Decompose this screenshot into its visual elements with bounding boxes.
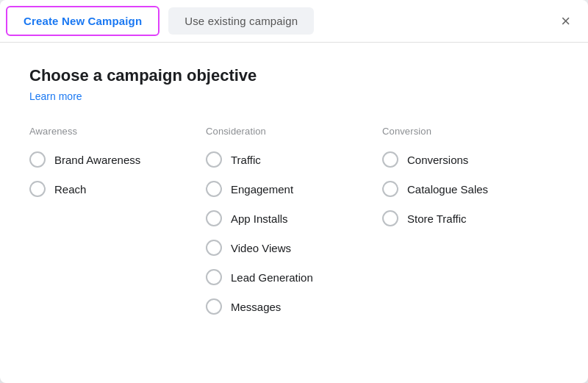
radio-messages[interactable] — [206, 298, 222, 315]
objective-item-app-installs[interactable]: App Installs — [206, 207, 382, 229]
radio-reach[interactable] — [29, 181, 46, 197]
tab-bar: Create New Campaign Use existing campaig… — [0, 0, 588, 43]
column-label-awareness: Awareness — [29, 126, 206, 137]
objective-item-catalogue-sales[interactable]: Catalogue Sales — [382, 178, 559, 200]
objective-label-catalogue-sales: Catalogue Sales — [407, 183, 488, 196]
objective-item-conversions[interactable]: Conversions — [382, 148, 559, 171]
objective-label-lead-generation: Lead Generation — [231, 271, 313, 284]
column-conversion: Conversion Conversions Catalogue Sales S… — [382, 126, 559, 318]
objective-item-engagement[interactable]: Engagement — [206, 178, 382, 200]
tab-create-new[interactable]: Create New Campaign — [6, 6, 159, 36]
objective-label-conversions: Conversions — [407, 154, 468, 166]
objective-item-reach[interactable]: Reach — [29, 178, 206, 200]
learn-more-link[interactable]: Learn more — [29, 90, 82, 102]
objective-list-awareness: Brand Awareness Reach — [29, 148, 206, 200]
objective-list-conversion: Conversions Catalogue Sales Store Traffi… — [382, 148, 559, 229]
radio-brand-awareness[interactable] — [29, 151, 46, 168]
objective-list-consideration: Traffic Engagement App Installs Video Vi… — [206, 148, 382, 318]
objectives-grid: Awareness Brand Awareness Reach Consider… — [29, 126, 559, 318]
radio-traffic[interactable] — [206, 151, 222, 168]
radio-catalogue-sales[interactable] — [382, 181, 398, 197]
objective-item-store-traffic[interactable]: Store Traffic — [382, 207, 559, 229]
radio-store-traffic[interactable] — [382, 210, 398, 226]
column-awareness: Awareness Brand Awareness Reach — [29, 126, 206, 318]
radio-video-views[interactable] — [206, 240, 222, 256]
objective-label-messages: Messages — [231, 301, 281, 313]
radio-engagement[interactable] — [206, 181, 222, 197]
objective-label-brand-awareness: Brand Awareness — [54, 154, 140, 166]
column-label-conversion: Conversion — [382, 126, 559, 137]
objective-label-engagement: Engagement — [231, 183, 293, 196]
section-title: Choose a campaign objective — [29, 66, 559, 85]
objective-item-lead-generation[interactable]: Lead Generation — [206, 266, 382, 288]
column-consideration: Consideration Traffic Engagement App Ins… — [206, 126, 382, 318]
radio-conversions[interactable] — [382, 151, 398, 168]
radio-lead-generation[interactable] — [206, 269, 222, 285]
objective-item-brand-awareness[interactable]: Brand Awareness — [29, 148, 206, 171]
objective-label-app-installs: App Installs — [231, 212, 288, 225]
tab-use-existing[interactable]: Use existing campaign — [168, 7, 314, 35]
objective-label-store-traffic: Store Traffic — [407, 212, 467, 225]
objective-label-traffic: Traffic — [231, 154, 261, 166]
column-label-consideration: Consideration — [206, 126, 382, 137]
objective-label-reach: Reach — [54, 183, 86, 196]
campaign-modal: Create New Campaign Use existing campaig… — [0, 0, 588, 383]
radio-app-installs[interactable] — [206, 210, 222, 226]
objective-item-messages[interactable]: Messages — [206, 296, 382, 318]
objective-item-traffic[interactable]: Traffic — [206, 148, 382, 171]
close-button[interactable]: × — [555, 10, 576, 32]
objective-label-video-views: Video Views — [231, 242, 291, 254]
modal-body: Choose a campaign objective Learn more A… — [0, 43, 588, 383]
objective-item-video-views[interactable]: Video Views — [206, 237, 382, 259]
